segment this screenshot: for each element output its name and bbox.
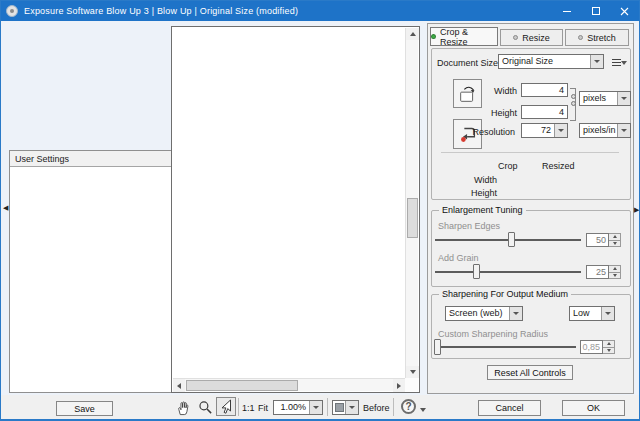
radius-value[interactable]: 0,85 — [580, 340, 603, 354]
rotate-page-icon — [457, 83, 479, 105]
summary-col-crop: Crop — [498, 161, 518, 171]
chevron-down-icon[interactable] — [590, 55, 603, 68]
spinner-arrows[interactable] — [609, 265, 621, 279]
zoom-percent-select[interactable]: 1.00% — [273, 400, 323, 415]
add-grain-slider[interactable] — [435, 264, 581, 280]
tab-stretch[interactable]: Stretch — [565, 29, 629, 46]
add-grain-label: Add Grain — [438, 253, 479, 263]
question-mark-icon: ? — [405, 401, 411, 412]
bottom-toolbar: Save 1:1 Fit 1.00% B — [1, 395, 639, 420]
reset-all-controls-button[interactable]: Reset All Controls — [487, 365, 573, 380]
sharpen-edges-slider-handle[interactable] — [508, 232, 515, 247]
horizontal-scroll-thumb[interactable] — [186, 380, 298, 391]
document-size-select[interactable]: Original Size — [498, 54, 604, 69]
sharpening-strength-select[interactable]: Low — [569, 306, 615, 321]
slider-track[interactable] — [435, 271, 581, 273]
sharpen-edges-value[interactable]: 50 — [586, 233, 609, 247]
document-size-value: Original Size — [502, 56, 553, 66]
preset-menu-icon[interactable] — [612, 58, 627, 68]
output-medium-select[interactable]: Screen (web) — [445, 306, 523, 321]
size-units-value: pixels — [583, 93, 606, 103]
tab-resize[interactable]: Resize — [500, 29, 563, 46]
save-button[interactable]: Save — [56, 401, 113, 416]
height-label: Height — [481, 108, 517, 118]
sharpen-edges-label: Sharpen Edges — [438, 221, 500, 231]
add-grain-slider-handle[interactable] — [473, 264, 480, 279]
zoom-percent-value: 1.00% — [280, 402, 306, 412]
app-window: Exposure Software Blow Up 3 | Blow Up | … — [0, 0, 640, 421]
tab-resize-label: Resize — [522, 33, 550, 43]
zoom-tool-button[interactable] — [195, 398, 215, 417]
scroll-down-arrow-icon[interactable] — [406, 366, 419, 378]
spinner-arrows[interactable] — [603, 340, 615, 354]
ok-button[interactable]: OK — [562, 400, 625, 416]
tab-stretch-label: Stretch — [587, 33, 616, 43]
select-tool-button[interactable] — [216, 397, 236, 416]
radius-spinner[interactable]: 0,85 — [580, 340, 615, 354]
slider-track[interactable] — [434, 346, 576, 348]
maximize-button[interactable] — [581, 1, 610, 21]
magnifier-icon — [198, 400, 213, 415]
resolution-units-select[interactable]: pixels/in — [579, 123, 631, 138]
chevron-down-icon[interactable] — [617, 92, 630, 105]
radius-slider-handle[interactable] — [434, 339, 441, 355]
chevron-down-icon[interactable] — [309, 401, 322, 414]
chevron-down-icon[interactable] — [617, 124, 630, 137]
cancel-button[interactable]: Cancel — [478, 400, 541, 416]
collapse-right-panel-arrow-icon[interactable]: ▶ — [634, 206, 639, 213]
divider — [327, 398, 328, 416]
resolution-select[interactable]: 72 — [521, 123, 568, 138]
help-menu-arrow-icon[interactable] — [420, 408, 426, 412]
scroll-right-arrow-icon[interactable] — [393, 379, 405, 392]
add-grain-value[interactable]: 25 — [586, 265, 609, 279]
spinner-arrows[interactable] — [609, 233, 621, 247]
canvas-vertical-scrollbar[interactable] — [405, 28, 418, 378]
enlargement-tuning-title: Enlargement Tuning — [439, 205, 526, 215]
width-input[interactable]: 4 — [521, 83, 568, 97]
scrollbar-corner — [405, 378, 418, 391]
help-button[interactable]: ? — [401, 399, 416, 414]
before-toggle-label[interactable]: Before — [363, 403, 390, 413]
app-icon — [6, 5, 18, 17]
chevron-down-icon[interactable] — [554, 124, 567, 137]
window-title: Exposure Software Blow Up 3 | Blow Up | … — [24, 6, 298, 16]
background-swatch-select[interactable] — [332, 400, 359, 415]
chevron-down-icon[interactable] — [601, 307, 614, 320]
canvas-horizontal-scrollbar[interactable] — [173, 378, 405, 391]
preview-canvas[interactable] — [171, 26, 420, 393]
chevron-down-icon[interactable] — [509, 307, 522, 320]
sharpen-edges-spinner[interactable]: 50 — [586, 233, 621, 247]
sharpen-edges-slider[interactable] — [435, 232, 581, 248]
tab-resize-dot-icon — [513, 35, 518, 40]
height-input[interactable]: 4 — [521, 105, 568, 119]
add-grain-spinner[interactable]: 25 — [586, 265, 621, 279]
custom-sharpening-radius-label: Custom Sharpening Radius — [438, 329, 548, 339]
collapse-left-panel-arrow-icon[interactable]: ◀ — [3, 204, 8, 211]
scroll-up-arrow-icon[interactable] — [406, 28, 419, 40]
document-size-label: Document Size — [437, 58, 498, 68]
user-settings-list[interactable] — [10, 167, 172, 392]
tab-crop-resize[interactable]: Crop & Resize — [430, 27, 498, 46]
vertical-scroll-thumb[interactable] — [407, 198, 418, 238]
rotate-canvas-button[interactable] — [453, 79, 482, 108]
link-dimensions-icon[interactable] — [571, 94, 576, 99]
maximize-icon — [592, 7, 600, 15]
user-settings-panel: User Settings — [9, 150, 173, 393]
size-units-select[interactable]: pixels — [579, 91, 631, 106]
divider — [238, 398, 239, 416]
hand-tool-button[interactable] — [173, 398, 193, 417]
tab-crop-resize-label: Crop & Resize — [440, 27, 497, 47]
scroll-left-arrow-icon[interactable] — [173, 379, 185, 392]
tab-crop-resize-dot-icon — [431, 34, 436, 39]
swatch-icon — [335, 403, 344, 412]
close-button[interactable] — [610, 1, 639, 21]
minimize-button[interactable] — [552, 1, 581, 21]
link-dimensions-icon[interactable] — [571, 101, 576, 106]
zoom-1-1-button[interactable]: 1:1 — [242, 403, 255, 413]
chevron-down-icon[interactable] — [345, 401, 358, 414]
hand-pan-icon — [176, 400, 191, 416]
custom-sharpening-radius-slider[interactable] — [434, 339, 576, 355]
sharpening-strength-value: Low — [573, 308, 590, 318]
resolution-units-value: pixels/in — [583, 125, 616, 135]
zoom-fit-button[interactable]: Fit — [258, 403, 268, 413]
